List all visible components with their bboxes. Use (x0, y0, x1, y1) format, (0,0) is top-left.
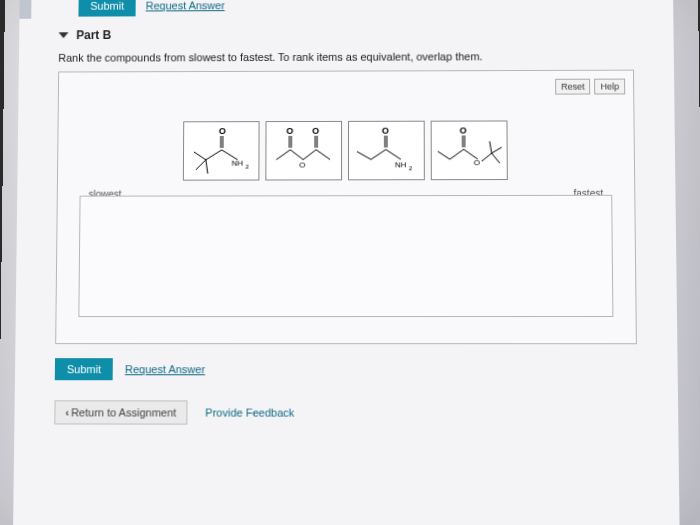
svg-text:O: O (286, 126, 293, 136)
svg-text:2: 2 (409, 165, 412, 171)
part-label: Part B (76, 28, 111, 42)
chevron-left-icon: ‹ (65, 406, 69, 418)
reset-button[interactable]: Reset (555, 79, 591, 95)
svg-line-5 (194, 152, 206, 160)
svg-text:O: O (460, 125, 467, 135)
svg-line-36 (482, 153, 492, 161)
compound-tile-4[interactable]: O O (431, 120, 508, 180)
instruction-text: Rank the compounds from slowest to faste… (58, 50, 634, 64)
svg-line-26 (357, 152, 371, 160)
svg-line-38 (492, 153, 500, 163)
svg-line-19 (316, 150, 330, 160)
svg-text:O: O (299, 161, 305, 170)
svg-line-37 (492, 147, 502, 153)
return-label: Return to Assignment (71, 406, 176, 418)
ranking-work-area: Reset Help O N (55, 70, 637, 345)
svg-line-6 (196, 160, 206, 170)
compound-tile-1[interactable]: O NH2 (183, 121, 260, 181)
footer-row: ‹Return to Assignment Provide Feedback (54, 390, 637, 425)
svg-text:O: O (312, 126, 319, 136)
request-answer-link-top[interactable]: Request Answer (146, 0, 225, 11)
request-answer-link-bottom[interactable]: Request Answer (125, 363, 205, 375)
svg-text:O: O (474, 158, 480, 167)
provide-feedback-link[interactable]: Provide Feedback (205, 406, 294, 418)
svg-line-24 (371, 150, 386, 160)
compound-tiles: O NH2 O (183, 120, 508, 180)
top-action-bar: Submit Request Answer (29, 0, 663, 23)
svg-line-7 (206, 160, 208, 174)
svg-line-32 (450, 149, 464, 159)
svg-line-39 (490, 141, 492, 153)
compound-tile-2[interactable]: O O O (265, 121, 342, 181)
svg-line-3 (206, 150, 222, 160)
svg-line-18 (303, 150, 316, 160)
left-edge (19, 0, 31, 19)
submit-button-top[interactable]: Submit (78, 0, 136, 17)
svg-line-25 (386, 149, 401, 159)
svg-text:NH: NH (395, 160, 407, 169)
svg-text:2: 2 (245, 164, 248, 170)
part-header[interactable]: Part B (29, 20, 664, 48)
svg-text:O: O (219, 126, 226, 136)
svg-text:NH: NH (232, 159, 244, 168)
svg-line-16 (276, 150, 290, 160)
svg-line-17 (290, 150, 303, 160)
caret-down-icon (59, 32, 69, 38)
help-button[interactable]: Help (595, 79, 626, 95)
svg-text:O: O (382, 126, 389, 136)
svg-line-34 (438, 151, 450, 159)
bottom-action-bar: Submit Request Answer (55, 344, 638, 391)
submit-button-bottom[interactable]: Submit (55, 358, 113, 380)
return-to-assignment-button[interactable]: ‹Return to Assignment (54, 400, 187, 424)
ranking-drop-zone[interactable] (78, 195, 613, 317)
compound-tile-3[interactable]: O NH2 (348, 121, 425, 181)
